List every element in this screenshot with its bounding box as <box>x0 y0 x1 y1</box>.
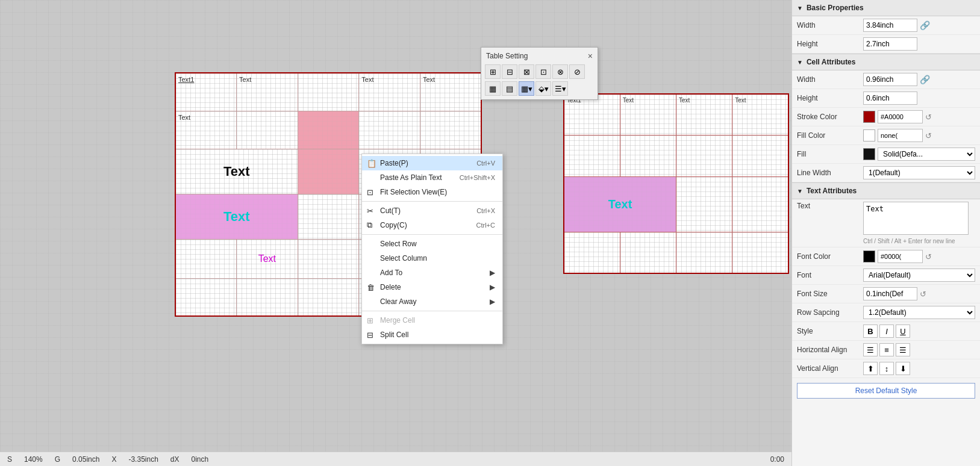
context-menu-clear-away[interactable]: Clear Away ▶ <box>362 294 502 309</box>
context-menu-fit-selection[interactable]: ⊡ Fit Selection View(E) <box>362 185 502 199</box>
context-menu-paste[interactable]: 📋 Paste(P) Ctrl+V <box>362 156 502 170</box>
context-menu-select-col[interactable]: Select Column <box>362 251 502 266</box>
font-color-input[interactable] <box>878 250 923 263</box>
fill-color-swatch[interactable] <box>863 129 875 141</box>
valign-bottom-button[interactable]: ⬇ <box>896 362 910 375</box>
align-left-button[interactable]: ☰ <box>863 343 878 356</box>
table-cell[interactable] <box>298 194 359 239</box>
line-width-dropdown[interactable]: 1(Default) <box>863 166 975 179</box>
table-cell[interactable]: Text <box>237 73 298 111</box>
reset-default-style-button[interactable]: Reset Default Style <box>797 383 975 399</box>
table-cell[interactable]: Text1 <box>564 94 620 135</box>
context-menu-add-to[interactable]: Add To ▶ <box>362 266 502 280</box>
ts-icon-6[interactable]: ⊘ <box>569 64 585 79</box>
table-cell[interactable]: Text <box>175 111 237 149</box>
font-size-input[interactable] <box>863 287 917 300</box>
table-row[interactable]: Text <box>564 177 788 232</box>
table-cell[interactable] <box>620 135 676 177</box>
table-cell[interactable] <box>564 232 620 273</box>
underline-button[interactable]: U <box>896 325 910 338</box>
ts-icon-9[interactable]: ▦▾ <box>519 81 534 96</box>
table-cell[interactable] <box>420 111 481 149</box>
table-cell-pink[interactable] <box>298 149 359 194</box>
stroke-color-refresh-icon[interactable]: ↺ <box>925 113 932 122</box>
table-row[interactable]: Text1 Text Text Text <box>175 73 481 111</box>
table-setting-close-button[interactable]: × <box>588 51 593 61</box>
ts-icon-5[interactable]: ⊗ <box>552 64 568 79</box>
table-row[interactable]: Text <box>175 111 481 149</box>
cell-attributes-header[interactable]: ▼ Cell Attributes <box>792 54 980 70</box>
cell-height-input[interactable] <box>863 92 917 105</box>
link-cell-dimensions-icon[interactable]: 🔗 <box>920 75 930 84</box>
bold-button[interactable]: B <box>863 325 878 338</box>
cell-width-input[interactable] <box>863 73 917 86</box>
align-right-button[interactable]: ☰ <box>896 343 910 356</box>
table-cell-pink[interactable] <box>298 111 359 149</box>
table-cell[interactable] <box>676 135 732 177</box>
table-cell-bold[interactable]: Text <box>175 149 298 194</box>
fill-color-input[interactable] <box>878 129 923 142</box>
table-cell[interactable]: Text <box>676 94 732 135</box>
valign-middle-button[interactable]: ↕ <box>879 362 894 375</box>
table-cell[interactable] <box>564 135 620 177</box>
table-cell[interactable] <box>298 73 359 111</box>
context-menu-select-row[interactable]: Select Row <box>362 237 502 251</box>
stroke-color-input[interactable] <box>878 110 923 123</box>
height-input[interactable] <box>863 37 917 51</box>
table-2[interactable]: Text1 Text Text Text <box>563 93 789 274</box>
context-menu-split-cell[interactable]: ⊟ Split Cell <box>362 328 502 342</box>
table-cell[interactable] <box>175 278 237 316</box>
ts-icon-1[interactable]: ⊞ <box>485 64 501 79</box>
context-menu-copy[interactable]: ⧉ Copy(C) Ctrl+C <box>362 218 502 232</box>
table-cell-magenta[interactable]: Text <box>237 239 298 278</box>
table-cell[interactable] <box>175 239 237 278</box>
context-menu-delete[interactable]: 🗑 Delete ▶ <box>362 280 502 294</box>
table-cell-cyan-2[interactable]: Text <box>564 177 676 232</box>
width-input[interactable] <box>863 19 917 32</box>
table-cell[interactable]: Text1 <box>175 73 237 111</box>
font-color-refresh-icon[interactable]: ↺ <box>925 252 932 261</box>
link-dimensions-icon[interactable]: 🔗 <box>920 20 930 30</box>
ts-icon-7[interactable]: ▦ <box>485 81 501 96</box>
fill-dropdown[interactable]: Solid(Defa... <box>878 148 975 161</box>
table-cell[interactable] <box>237 111 298 149</box>
ts-icon-2[interactable]: ⊟ <box>502 64 517 79</box>
ts-icon-8[interactable]: ▤ <box>502 81 517 96</box>
table-cell[interactable]: Text <box>732 94 788 135</box>
context-menu-paste-plain[interactable]: Paste As Plain Text Ctrl+Shift+X <box>362 170 502 185</box>
font-size-refresh-icon[interactable]: ↺ <box>920 290 926 299</box>
table-row[interactable] <box>564 135 788 177</box>
basic-properties-header[interactable]: ▼ Basic Properties <box>792 0 980 16</box>
ts-icon-4[interactable]: ⊡ <box>535 64 551 79</box>
context-menu-cut[interactable]: ✂ Cut(T) Ctrl+X <box>362 203 502 218</box>
table-cell[interactable] <box>237 278 298 316</box>
fill-pattern-swatch[interactable] <box>863 148 875 160</box>
font-color-swatch[interactable] <box>863 250 875 263</box>
table-row[interactable]: Text1 Text Text Text <box>564 94 788 135</box>
table-cell[interactable] <box>298 239 359 278</box>
font-dropdown[interactable]: Arial(Default) <box>863 269 975 282</box>
table-cell[interactable] <box>359 111 420 149</box>
table-cell[interactable] <box>620 232 676 273</box>
table-cell[interactable]: Text <box>620 94 676 135</box>
ts-icon-3[interactable]: ⊠ <box>519 64 534 79</box>
table-cell[interactable] <box>732 232 788 273</box>
align-center-button[interactable]: ≡ <box>879 343 894 356</box>
context-menu-merge-cell[interactable]: ⊞ Merge Cell <box>362 313 502 328</box>
text-attributes-header[interactable]: ▼ Text Attributes <box>792 182 980 199</box>
table-cell[interactable] <box>732 177 788 232</box>
table-main-2[interactable]: Text1 Text Text Text <box>563 93 789 274</box>
table-row[interactable] <box>564 232 788 273</box>
row-spacing-dropdown[interactable]: 1.2(Default) <box>863 306 975 319</box>
italic-button[interactable]: I <box>879 325 894 338</box>
table-cell[interactable] <box>298 278 359 316</box>
fill-color-refresh-icon[interactable]: ↺ <box>925 131 932 140</box>
stroke-color-swatch[interactable] <box>863 111 875 123</box>
ts-icon-11[interactable]: ☰▾ <box>552 81 568 96</box>
table-cell[interactable] <box>676 232 732 273</box>
valign-top-button[interactable]: ⬆ <box>863 362 878 375</box>
text-input[interactable]: Text <box>863 202 969 235</box>
table-cell[interactable]: Text <box>359 73 420 111</box>
table-cell-cyan[interactable]: Text <box>175 194 298 239</box>
table-cell[interactable] <box>732 135 788 177</box>
